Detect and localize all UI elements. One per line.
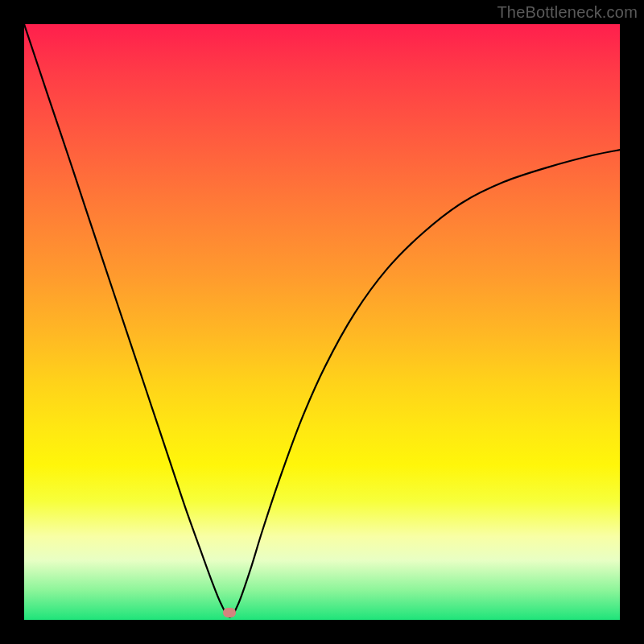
- plot-area: [24, 24, 620, 620]
- chart-frame: TheBottleneck.com: [0, 0, 644, 644]
- optimal-point-marker: [223, 608, 236, 617]
- watermark-text: TheBottleneck.com: [497, 3, 638, 22]
- bottleneck-curve: [24, 24, 620, 620]
